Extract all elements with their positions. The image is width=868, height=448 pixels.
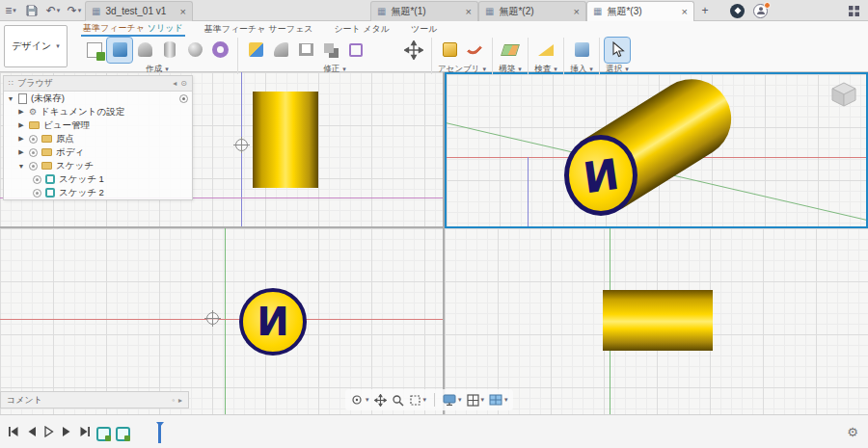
expand-icon[interactable]: ▶: [17, 148, 25, 156]
fit-view-icon[interactable]: ▾: [409, 394, 427, 407]
expand-icon[interactable]: ▶: [17, 121, 25, 129]
cylinder-3d-face[interactable]: И: [564, 135, 637, 216]
offset-face-icon[interactable]: [343, 38, 368, 63]
visibility-eye-icon[interactable]: [33, 175, 41, 184]
zoom-icon[interactable]: [392, 394, 404, 407]
doc-tab-label: 無題*(1): [391, 5, 460, 18]
panel-options-icon[interactable]: ⊙: [180, 79, 187, 88]
select-cursor-icon[interactable]: [605, 38, 630, 63]
assemble-group-label[interactable]: アセンブリ ▾: [438, 64, 486, 75]
view-cube[interactable]: [829, 80, 858, 111]
cylinder-side-view[interactable]: [603, 290, 713, 351]
construction-plane-icon[interactable]: [498, 38, 523, 63]
insert-icon[interactable]: [569, 38, 594, 63]
step-back-icon[interactable]: [27, 426, 37, 437]
expand-comments-icon[interactable]: ▸: [178, 396, 182, 405]
tree-item-doc-settings[interactable]: ▶ ⚙ ドキュメントの設定: [4, 105, 192, 119]
tab-solid[interactable]: 基準フィーチャ ソリッド: [81, 22, 185, 37]
expand-icon[interactable]: ▶: [17, 108, 25, 116]
cylinder-front-view[interactable]: [253, 92, 318, 188]
app-menu-icon[interactable]: ≡▾: [3, 2, 18, 19]
close-icon[interactable]: ×: [466, 6, 472, 17]
doc-tab-1[interactable]: ▦ 3d_test_01 v1 ×: [85, 1, 193, 21]
tree-item-sketches[interactable]: ▼ スケッチ: [4, 159, 192, 172]
step-forward-icon[interactable]: [62, 426, 71, 437]
profile-avatar[interactable]: [753, 4, 768, 18]
sphere-icon[interactable]: [182, 38, 207, 63]
doc-tab-2[interactable]: ▦ 無題*(1) ×: [370, 1, 478, 21]
insert-group-label[interactable]: 挿入 ▾: [570, 64, 593, 75]
tab-surface[interactable]: 基準フィーチャ サーフェス: [203, 22, 315, 37]
axis-line-red: [0, 319, 444, 320]
revolve-icon[interactable]: [132, 38, 157, 63]
doc-tab-3[interactable]: ▦ 無題*(2) ×: [478, 1, 586, 21]
workspace-switcher-button[interactable]: デザイン ▾: [4, 25, 68, 67]
go-to-end-icon[interactable]: [79, 426, 91, 437]
redo-icon[interactable]: ↷▾: [67, 2, 82, 19]
tree-item-sketch1[interactable]: スケッチ 1: [4, 172, 192, 186]
tree-item-view-mgmt[interactable]: ▶ ビュー管理: [4, 119, 192, 132]
viewport-side[interactable]: [445, 228, 868, 414]
visibility-eye-icon[interactable]: [33, 189, 41, 198]
expand-icon[interactable]: ▼: [7, 95, 14, 102]
close-icon[interactable]: ×: [574, 6, 580, 17]
construct-label-text: 構築: [499, 64, 515, 75]
play-icon[interactable]: [44, 426, 54, 437]
tree-item-sketch2[interactable]: スケッチ 2: [4, 186, 192, 199]
tab-sheetmetal[interactable]: シート メタル: [332, 22, 392, 37]
cylinder-icon[interactable]: [157, 38, 182, 63]
document-icon: ▦: [485, 6, 494, 16]
comment-dot-icon[interactable]: ◦: [172, 396, 175, 405]
move-copy-icon[interactable]: [401, 38, 426, 63]
timeline-sketch2-feature[interactable]: [116, 427, 130, 441]
modify-group-label[interactable]: 修正 ▾: [323, 64, 346, 75]
tree-item-root[interactable]: ▼ (未保存): [4, 92, 192, 105]
grid-layout-icon[interactable]: ▾: [467, 394, 485, 407]
joint-icon[interactable]: [462, 38, 487, 63]
tree-item-origin[interactable]: ▶ 原点: [4, 132, 192, 145]
new-component-icon[interactable]: [437, 38, 462, 63]
doc-tab-4-active[interactable]: ▦ 無題*(3) ×: [586, 1, 694, 21]
undo-icon[interactable]: ↶▾: [45, 2, 61, 19]
construct-group-label[interactable]: 構築 ▾: [499, 64, 522, 75]
cylinder-top-view[interactable]: И: [239, 288, 307, 356]
browser-header[interactable]: ∷ ブラウザ ◂ ⊙: [4, 76, 192, 92]
visibility-eye-icon[interactable]: [29, 135, 38, 144]
pan-icon[interactable]: [374, 394, 387, 407]
timeline-sketch1-feature[interactable]: [96, 427, 111, 441]
tree-item-bodies[interactable]: ▶ ボディ: [4, 145, 192, 159]
visibility-eye-icon[interactable]: [29, 162, 38, 171]
select-group-label[interactable]: 選択 ▾: [606, 64, 629, 75]
measure-icon[interactable]: [533, 38, 558, 63]
save-icon[interactable]: [24, 2, 40, 19]
expand-icon[interactable]: ▶: [17, 135, 25, 143]
shell-icon[interactable]: [293, 38, 318, 63]
close-icon[interactable]: ×: [180, 6, 186, 17]
new-tab-icon[interactable]: +: [697, 2, 713, 19]
comments-bar[interactable]: コメント ◦ ▸: [0, 391, 189, 408]
press-pull-icon[interactable]: [243, 38, 268, 63]
display-settings-icon[interactable]: ▾: [443, 394, 462, 406]
tab-tools[interactable]: ツール: [409, 22, 439, 37]
viewport-perspective-active[interactable]: И: [445, 72, 868, 228]
torus-icon[interactable]: [207, 38, 232, 63]
extrude-icon[interactable]: [107, 38, 132, 63]
expand-icon[interactable]: ▼: [17, 163, 25, 170]
settings-gear-icon[interactable]: ⚙: [847, 425, 858, 439]
go-to-start-icon[interactable]: [8, 426, 19, 437]
inspect-group-label[interactable]: 検査 ▾: [534, 64, 557, 75]
fillet-icon[interactable]: [268, 38, 293, 63]
viewport-top[interactable]: И: [0, 228, 444, 414]
create-sketch-icon[interactable]: [82, 38, 107, 63]
extensions-icon[interactable]: [730, 4, 745, 18]
collapse-panel-icon[interactable]: ◂: [173, 79, 176, 88]
create-group-label[interactable]: 作成 ▾: [146, 64, 169, 75]
job-status-icon[interactable]: [846, 2, 861, 19]
activate-component-radio[interactable]: [179, 94, 188, 103]
combine-icon[interactable]: [318, 38, 343, 63]
visibility-eye-icon[interactable]: [29, 148, 38, 157]
close-icon[interactable]: ×: [682, 6, 688, 17]
orbit-icon[interactable]: ▾: [350, 393, 369, 407]
timeline-position-marker[interactable]: [158, 424, 161, 443]
multi-viewport-icon[interactable]: ▾: [489, 394, 508, 406]
